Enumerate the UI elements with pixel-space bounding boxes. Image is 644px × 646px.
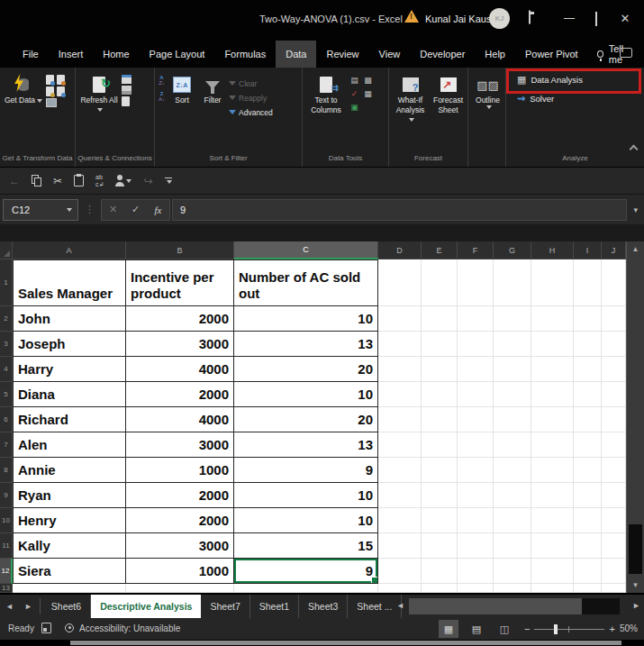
cell-E6[interactable]	[422, 407, 458, 432]
cell-H13[interactable]	[531, 584, 574, 593]
cell-H9[interactable]	[531, 483, 574, 508]
remove-duplicates-icon[interactable]: ▩	[362, 75, 374, 86]
from-table-range-icon[interactable]	[46, 98, 57, 107]
horizontal-scrollbar-thumb[interactable]	[409, 598, 582, 614]
cell-F1[interactable]	[458, 259, 494, 306]
row-header-9[interactable]: 9	[0, 483, 13, 508]
avatar[interactable]: KJ	[489, 8, 510, 29]
recent-sources-icon[interactable]	[46, 86, 54, 96]
menu-tab-data[interactable]: Data	[276, 41, 316, 68]
cell-C12[interactable]: 9	[234, 559, 378, 584]
column-header-B[interactable]: B	[126, 241, 234, 259]
name-box[interactable]: C12	[3, 199, 78, 221]
relationships-icon[interactable]: ▣	[349, 102, 360, 114]
cell-G4[interactable]	[494, 357, 531, 382]
sheet-tab-sheet1[interactable]: Sheet1	[250, 595, 299, 618]
cell-J7[interactable]	[602, 432, 626, 458]
cell-J11[interactable]	[602, 533, 626, 559]
column-header-F[interactable]: F	[458, 241, 494, 259]
sort-az-icon[interactable]: AZ↓	[159, 75, 165, 86]
sheet-tab-sheet3[interactable]: Sheet3	[299, 595, 348, 618]
cell-D5[interactable]	[378, 382, 422, 407]
cell-A3[interactable]: Joseph	[13, 332, 126, 357]
cell-J2[interactable]	[602, 306, 626, 332]
menu-tab-review[interactable]: Review	[316, 41, 368, 68]
cell-B7[interactable]: 3000	[126, 432, 234, 458]
scroll-up-icon[interactable]: ▲	[627, 245, 644, 253]
cell-G2[interactable]	[494, 306, 531, 332]
cell-H8[interactable]	[531, 458, 574, 483]
cell-E2[interactable]	[422, 306, 458, 332]
tell-me-button[interactable]: Tell me	[588, 41, 644, 68]
row-header-12[interactable]: 12	[0, 559, 13, 584]
column-header-J[interactable]: J	[602, 241, 626, 259]
cell-F6[interactable]	[458, 407, 494, 432]
cell-H6[interactable]	[531, 407, 574, 432]
cell-F5[interactable]	[458, 382, 494, 407]
cell-H7[interactable]	[531, 432, 574, 458]
cell-F3[interactable]	[458, 332, 494, 357]
cell-E8[interactable]	[422, 458, 458, 483]
cell-G7[interactable]	[494, 432, 531, 458]
cell-I10[interactable]	[574, 508, 602, 533]
advanced-filter-button[interactable]: Advanced	[229, 105, 273, 119]
cell-J4[interactable]	[602, 357, 626, 382]
insert-function-button[interactable]: fx	[147, 205, 169, 215]
cell-D11[interactable]	[378, 533, 422, 559]
cell-G1[interactable]	[494, 259, 531, 306]
sort-za-icon[interactable]: ZA↓	[159, 91, 165, 102]
cell-G11[interactable]	[494, 533, 531, 559]
cell-B5[interactable]: 2000	[126, 382, 234, 407]
cell-J6[interactable]	[602, 407, 626, 432]
cell-B4[interactable]: 4000	[126, 357, 234, 382]
row-header-7[interactable]: 7	[0, 432, 13, 458]
cell-B9[interactable]: 2000	[126, 483, 234, 508]
cell-C10[interactable]: 10	[234, 508, 378, 533]
page-layout-view-button[interactable]: ▤	[467, 620, 486, 638]
cell-D9[interactable]	[378, 483, 422, 508]
cell-D13[interactable]	[378, 584, 422, 593]
scroll-right-icon[interactable]: ►	[632, 601, 640, 610]
menu-tab-power-pivot[interactable]: Power Pivot	[515, 41, 588, 68]
cell-B8[interactable]: 1000	[126, 458, 234, 483]
zoom-slider[interactable]	[534, 629, 604, 630]
customize-qat-button[interactable]	[165, 177, 172, 184]
flash-fill-icon[interactable]: ▤	[349, 75, 360, 86]
row-header-10[interactable]: 10	[0, 508, 13, 533]
horizontal-scrollbar[interactable]: ◄ ►	[395, 596, 644, 616]
column-header-I[interactable]: I	[574, 241, 602, 259]
cell-J3[interactable]	[602, 332, 626, 357]
cell-B6[interactable]: 4000	[126, 407, 234, 432]
cell-I2[interactable]	[574, 306, 602, 332]
zoom-in-button[interactable]: +	[604, 623, 619, 634]
cell-B13[interactable]	[126, 584, 234, 593]
menu-tab-help[interactable]: Help	[475, 41, 515, 68]
cell-A5[interactable]: Diana	[13, 382, 126, 407]
cell-E12[interactable]	[422, 559, 458, 584]
filter-button[interactable]: Filter	[199, 72, 226, 153]
row-header-8[interactable]: 8	[0, 458, 13, 483]
cell-I12[interactable]	[574, 559, 602, 584]
touch-mode-button[interactable]	[115, 175, 132, 187]
cell-F12[interactable]	[458, 559, 494, 584]
existing-connections-icon[interactable]	[57, 86, 65, 96]
column-header-E[interactable]: E	[422, 241, 458, 259]
queries-connections-icon[interactable]	[122, 75, 132, 84]
cell-E13[interactable]	[422, 584, 458, 593]
cell-E7[interactable]	[422, 432, 458, 458]
cell-D4[interactable]	[378, 357, 422, 382]
zoom-slider-handle[interactable]	[554, 624, 558, 634]
cell-J5[interactable]	[602, 382, 626, 407]
cell-J9[interactable]	[602, 483, 626, 508]
cell-D1[interactable]	[378, 259, 422, 306]
paste-button[interactable]	[74, 175, 84, 187]
cell-B11[interactable]: 3000	[126, 533, 234, 559]
cell-J13[interactable]	[602, 584, 626, 593]
what-if-analysis-button[interactable]: What-If Analysis	[393, 72, 428, 153]
solver-button[interactable]: ⇝ Solver	[517, 92, 644, 105]
cell-H12[interactable]	[531, 559, 574, 584]
cell-F7[interactable]	[458, 432, 494, 458]
column-header-A[interactable]: A	[13, 241, 126, 259]
edit-links-icon[interactable]	[122, 96, 130, 106]
cell-I4[interactable]	[574, 357, 602, 382]
